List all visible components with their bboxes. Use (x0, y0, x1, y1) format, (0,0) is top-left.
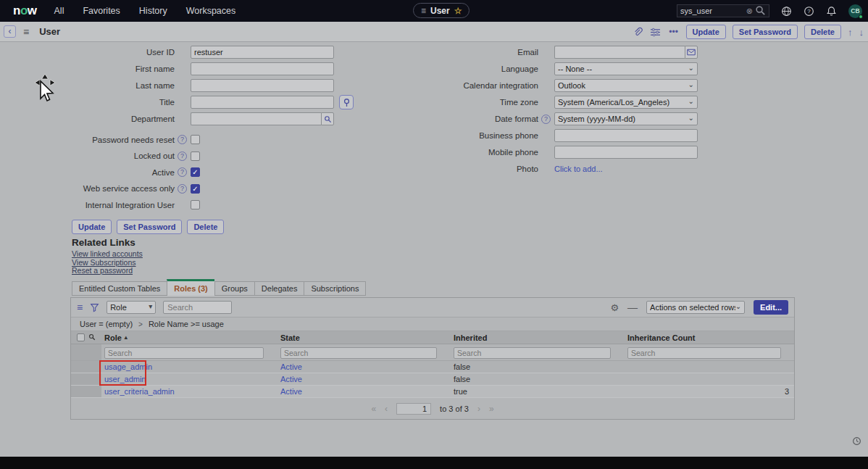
internal-integration-user-checkbox[interactable] (191, 200, 200, 209)
state-link[interactable]: Active (280, 387, 302, 396)
avatar-initials: CB (851, 7, 859, 14)
list-menu-icon[interactable]: ≡ (77, 302, 83, 313)
help-icon[interactable]: ? (804, 6, 814, 17)
global-search-input[interactable] (680, 7, 744, 15)
date-format-help-icon[interactable]: ? (541, 115, 551, 124)
role-link[interactable]: user_admin (104, 375, 146, 383)
form-context-menu-icon[interactable]: ≡ (23, 26, 29, 38)
globe-icon[interactable] (781, 6, 792, 17)
tab-roles[interactable]: Roles (3) (167, 279, 214, 296)
password-needs-reset-help-icon[interactable]: ? (178, 135, 187, 144)
photo-click-to-add-link[interactable]: Click to add... (554, 165, 603, 173)
suggestion-pin-icon[interactable] (339, 95, 354, 109)
first-name-label: First name (0, 65, 178, 73)
actions-on-selected-rows-select[interactable]: Actions on selected rows... ⌄ (646, 301, 745, 314)
role-link[interactable]: usage_admin (104, 362, 152, 371)
email-envelope-icon[interactable] (685, 46, 698, 59)
locked-out-checkbox[interactable] (191, 152, 200, 161)
column-search-toggle-icon[interactable] (88, 333, 96, 342)
first-name-input[interactable] (191, 62, 334, 75)
calendar-integration-select[interactable]: Outlook ⌄ (554, 79, 698, 92)
state-column-search-input[interactable] (280, 347, 437, 359)
tab-subscriptions[interactable]: Subscriptions (304, 281, 366, 296)
column-header-role[interactable]: Role▴ (101, 333, 277, 342)
list-toolbar-right: ⚙ — Actions on selected rows... ⌄ Edit..… (610, 300, 788, 315)
field-department: Department (0, 112, 377, 125)
tab-delegates[interactable]: Delegates (254, 281, 304, 296)
locked-out-help-icon[interactable]: ? (178, 152, 187, 161)
list-settings-gear-icon[interactable]: ⚙ (610, 302, 619, 313)
next-record-icon[interactable]: ↓ (859, 27, 864, 38)
nav-item-workspaces[interactable]: Workspaces (186, 6, 236, 16)
column-header-inheritance-count[interactable]: Inheritance Count (625, 333, 794, 342)
active-help-icon[interactable]: ? (178, 167, 187, 177)
inherited-column-search-input[interactable] (454, 347, 611, 359)
search-field-select[interactable]: Role ▾ (107, 301, 156, 314)
update-button-bottom[interactable]: Update (72, 220, 112, 234)
view-linked-accounts-link[interactable]: View linked accounts (72, 250, 143, 259)
role-link[interactable]: user_criteria_admin (104, 387, 175, 396)
global-search[interactable]: ⊗ (677, 4, 769, 17)
breadcrumb-user-filter[interactable]: User = (empty) (80, 320, 133, 328)
context-pill[interactable]: ≡ User ☆ (413, 3, 470, 18)
collapse-list-icon[interactable]: — (627, 302, 638, 313)
state-link[interactable]: Active (280, 375, 302, 383)
date-format-select[interactable]: System (yyyy-MM-dd) ⌄ (554, 112, 698, 125)
set-password-button[interactable]: Set Password (733, 25, 798, 39)
clear-search-icon[interactable]: ⊗ (746, 7, 753, 16)
department-input[interactable] (191, 112, 321, 125)
mobile-phone-input[interactable] (554, 146, 698, 159)
title-input[interactable] (191, 96, 334, 109)
previous-record-icon[interactable]: ↑ (848, 27, 853, 38)
last-name-input[interactable] (191, 79, 334, 92)
previous-page-icon[interactable]: ‹ (385, 404, 388, 414)
column-header-inherited[interactable]: Inherited (451, 333, 625, 342)
more-options-icon[interactable]: ••• (668, 26, 680, 38)
department-lookup-icon[interactable] (321, 112, 334, 125)
field-date-format: Date format ? System (yyyy-MM-dd) ⌄ (391, 112, 717, 125)
select-all-checkbox[interactable] (77, 333, 85, 341)
last-page-icon[interactable]: » (489, 404, 494, 414)
email-input[interactable] (554, 46, 685, 59)
nav-item-all[interactable]: All (54, 6, 64, 16)
favorite-star-icon[interactable]: ☆ (454, 6, 462, 16)
now-logo[interactable]: now (13, 4, 37, 18)
password-needs-reset-checkbox[interactable] (191, 135, 200, 144)
attachment-paperclip-icon[interactable] (632, 26, 643, 38)
list-search-input[interactable] (163, 301, 232, 314)
personalize-form-icon[interactable] (650, 26, 662, 38)
filter-funnel-icon[interactable] (90, 303, 99, 312)
user-id-input[interactable] (191, 46, 334, 59)
nav-item-favorites[interactable]: Favorites (83, 6, 120, 16)
user-avatar[interactable]: CB (848, 4, 862, 18)
reset-a-password-link[interactable]: Reset a password (72, 267, 143, 275)
edit-button[interactable]: Edit... (754, 300, 788, 315)
inheritance-count-column-search-input[interactable] (627, 347, 781, 359)
response-time-clock-icon[interactable] (852, 436, 861, 445)
language-select[interactable]: -- None -- ⌄ (554, 62, 698, 75)
column-header-state[interactable]: State (277, 333, 451, 342)
web-service-access-only-help-icon[interactable]: ? (178, 184, 187, 194)
web-service-access-only-checkbox[interactable]: ✓ (191, 184, 200, 194)
tab-groups[interactable]: Groups (214, 281, 254, 296)
field-password-needs-reset: Password needs reset ? (0, 135, 377, 144)
next-page-icon[interactable]: › (477, 404, 480, 414)
state-link[interactable]: Active (280, 362, 302, 371)
update-button[interactable]: Update (686, 25, 726, 39)
set-password-button-bottom[interactable]: Set Password (117, 220, 182, 234)
active-checkbox[interactable]: ✓ (191, 167, 200, 177)
delete-button[interactable]: Delete (804, 25, 841, 39)
time-zone-select[interactable]: System (America/Los_Angeles) ⌄ (554, 96, 698, 109)
page-number-input[interactable] (396, 403, 431, 415)
notifications-bell-icon[interactable] (826, 6, 837, 17)
nav-item-history[interactable]: History (139, 6, 167, 16)
role-column-search-input[interactable] (104, 347, 264, 359)
delete-button-bottom[interactable]: Delete (187, 220, 224, 234)
business-phone-input[interactable] (554, 129, 698, 142)
top-nav-menu: All Favorites History Workspaces (54, 6, 236, 16)
back-button[interactable]: ‹ (4, 25, 16, 38)
first-page-icon[interactable]: « (371, 404, 376, 414)
breadcrumb-role-name-filter[interactable]: Role Name >= usage (149, 320, 224, 328)
search-icon[interactable] (755, 5, 766, 17)
tab-entitled-custom-tables[interactable]: Entitled Custom Tables (72, 281, 167, 296)
